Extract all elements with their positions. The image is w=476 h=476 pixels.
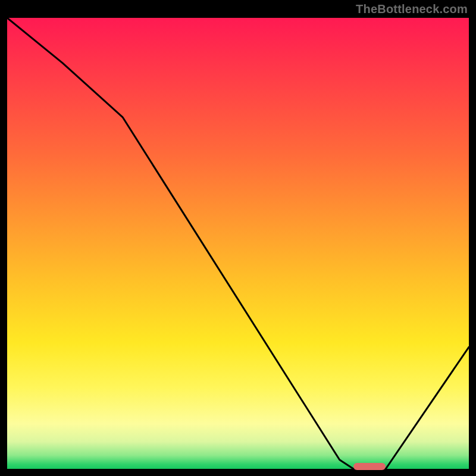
bottleneck-curve xyxy=(7,18,469,469)
watermark-text: TheBottleneck.com xyxy=(356,2,468,16)
plot-area xyxy=(7,18,469,469)
optimal-marker xyxy=(353,463,386,470)
chart-frame: TheBottleneck.com xyxy=(0,0,476,476)
